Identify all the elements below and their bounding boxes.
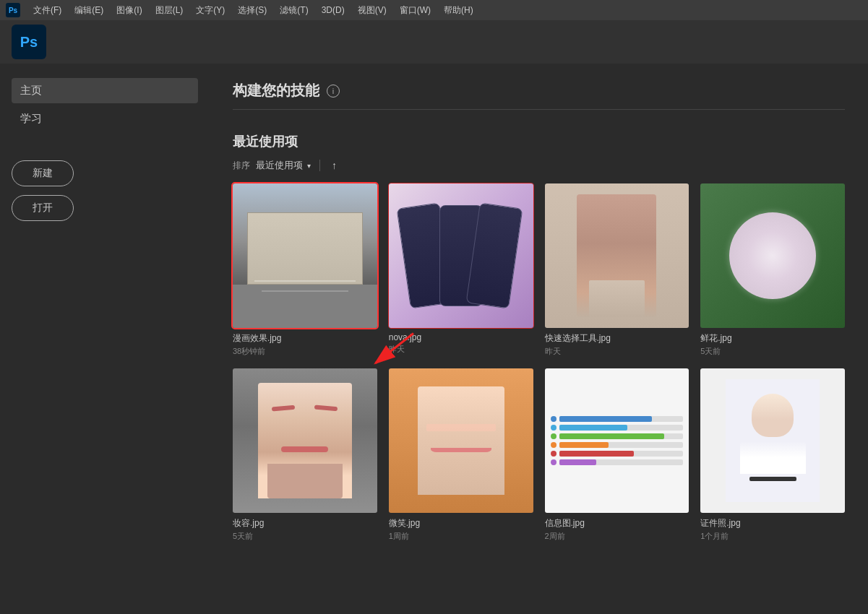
ps-logo: Ps [12, 25, 46, 59]
street-image [233, 183, 377, 328]
phone-image [389, 183, 533, 328]
menu-filter[interactable]: 滤镜(T) [274, 3, 314, 18]
sidebar-item-home[interactable]: 主页 [12, 78, 198, 103]
sort-bar: 排序 最近使用项 ▾ ↑ [233, 159, 845, 172]
file-thumb-passport [700, 368, 845, 513]
info-icon[interactable]: i [327, 85, 340, 98]
file-item-portrait[interactable]: 快速选择工具.jpg 昨天 [545, 183, 689, 357]
file-info-flower: 鲜花.jpg 5天前 [700, 332, 845, 357]
file-date-makeup: 5天前 [233, 531, 377, 542]
menu-image[interactable]: 图像(I) [111, 3, 147, 18]
file-item-manga[interactable]: 漫画效果.jpg 38秒钟前 [233, 183, 377, 357]
menu-layer[interactable]: 图层(L) [150, 3, 189, 18]
file-info-smile: 微笑.jpg 1周前 [389, 517, 533, 542]
menu-help[interactable]: 帮助(H) [438, 3, 479, 18]
menu-file[interactable]: 文件(F) [27, 3, 67, 18]
file-name-makeup: 妆容.jpg [233, 517, 377, 529]
file-item-smile[interactable]: 微笑.jpg 1周前 [389, 368, 533, 542]
file-name-portrait: 快速选择工具.jpg [545, 332, 689, 345]
file-info-makeup: 妆容.jpg 5天前 [233, 517, 377, 542]
recent-header: 最近使用项 排序 最近使用项 ▾ ↑ [233, 133, 845, 172]
sidebar-item-learn[interactable]: 学习 [12, 106, 198, 131]
sort-label: 排序 [233, 160, 250, 172]
build-skills-title: 构建您的技能 [233, 81, 319, 100]
file-thumb-chart [545, 368, 689, 513]
file-name-passport: 证件照.jpg [700, 517, 845, 529]
open-button[interactable]: 打开 [12, 195, 74, 221]
menu-window[interactable]: 窗口(W) [394, 3, 437, 18]
title-bar: Ps [0, 20, 868, 64]
file-date-passport: 1个月前 [700, 531, 845, 542]
file-name-smile: 微笑.jpg [389, 517, 533, 529]
file-name-nova: nova.jpg [389, 332, 533, 342]
sort-divider [319, 160, 320, 171]
file-info-manga: 漫画效果.jpg 38秒钟前 [233, 332, 377, 357]
content-area: 构建您的技能 i 最近使用项 排序 最近使用项 ▾ ↑ [210, 64, 868, 614]
file-name-manga: 漫画效果.jpg [233, 332, 377, 345]
file-item-nova[interactable]: nova.jpg 昨天 [389, 183, 533, 357]
menu-select[interactable]: 选择(S) [232, 3, 272, 18]
file-item-passport[interactable]: 证件照.jpg 1个月前 [700, 368, 845, 542]
new-button[interactable]: 新建 [12, 160, 74, 186]
file-info-chart: 信息图.jpg 2周前 [545, 517, 689, 542]
ps-menu-icon: Ps [6, 3, 20, 17]
file-name-chart: 信息图.jpg [545, 517, 689, 529]
build-skills-section: 构建您的技能 i [233, 81, 845, 110]
file-date-chart: 2周前 [545, 531, 689, 542]
menu-3d[interactable]: 3D(D) [316, 4, 351, 17]
menu-view[interactable]: 视图(V) [352, 3, 392, 18]
file-thumb-nova [389, 183, 533, 328]
file-date-manga: 38秒钟前 [233, 346, 377, 357]
file-info-nova: nova.jpg 昨天 [389, 332, 533, 355]
file-item-flower[interactable]: 鲜花.jpg 5天前 [700, 183, 845, 357]
sidebar: 主页 学习 新建 打开 [0, 64, 210, 614]
menu-edit[interactable]: 编辑(E) [69, 3, 109, 18]
file-thumb-smile [389, 368, 533, 513]
file-thumb-makeup [233, 368, 377, 513]
recent-title: 最近使用项 [233, 133, 845, 150]
file-date-smile: 1周前 [389, 531, 533, 542]
sort-select[interactable]: 最近使用项 ▾ [256, 159, 311, 172]
main-layout: 主页 学习 新建 打开 构建您的技能 i 最近使用项 排序 最近使用项 ▾ [0, 64, 868, 614]
menu-text[interactable]: 文字(Y) [190, 3, 231, 18]
file-thumb-portrait [545, 183, 689, 328]
file-thumb-flower [700, 183, 845, 328]
files-grid: 漫画效果.jpg 38秒钟前 nova.jpg [233, 183, 845, 542]
file-item-chart[interactable]: 信息图.jpg 2周前 [545, 368, 689, 542]
file-thumb-manga [233, 183, 377, 328]
file-info-portrait: 快速选择工具.jpg 昨天 [545, 332, 689, 357]
sidebar-buttons: 新建 打开 [12, 160, 198, 221]
file-date-portrait: 昨天 [545, 346, 689, 357]
files-grid-wrapper: 漫画效果.jpg 38秒钟前 nova.jpg [233, 183, 845, 542]
chart-image [545, 368, 689, 513]
sort-direction-button[interactable]: ↑ [329, 160, 340, 171]
file-info-passport: 证件照.jpg 1个月前 [700, 517, 845, 542]
file-date-flower: 5天前 [700, 346, 845, 357]
chevron-down-icon: ▾ [307, 162, 311, 170]
file-item-makeup[interactable]: 妆容.jpg 5天前 [233, 368, 377, 542]
passport-image [700, 368, 845, 513]
file-date-nova: 昨天 [389, 344, 533, 355]
portrait-image [545, 183, 689, 328]
menu-bar: Ps 文件(F) 编辑(E) 图像(I) 图层(L) 文字(Y) 选择(S) 滤… [0, 0, 868, 20]
file-name-flower: 鲜花.jpg [700, 332, 845, 345]
